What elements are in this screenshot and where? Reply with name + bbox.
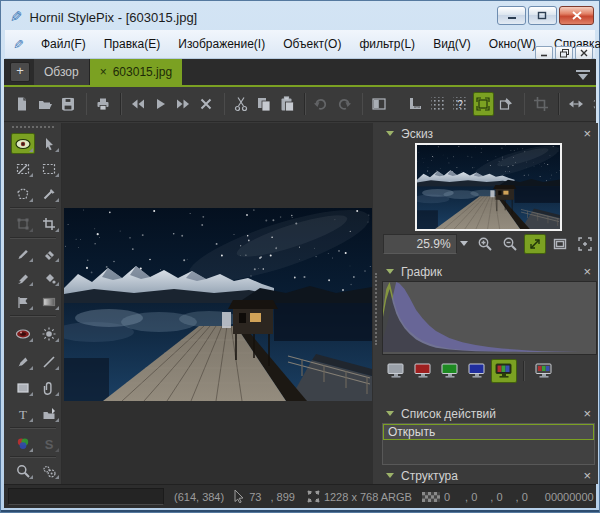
channel-colors-icon[interactable] bbox=[531, 359, 557, 383]
settings-tool[interactable] bbox=[37, 460, 61, 481]
close-button[interactable] bbox=[559, 6, 594, 25]
nav-play-icon[interactable] bbox=[150, 92, 171, 116]
zoom-in-icon[interactable] bbox=[475, 234, 497, 254]
menu-view[interactable]: Вид(V) bbox=[424, 31, 480, 58]
red-eye-tool[interactable] bbox=[11, 323, 35, 344]
gradient-tool[interactable] bbox=[37, 291, 61, 312]
minimize-button[interactable] bbox=[497, 6, 526, 25]
ribbon-tool[interactable] bbox=[11, 291, 35, 312]
status-blue: , 0 bbox=[516, 491, 528, 503]
menu-object[interactable]: Объект(O) bbox=[274, 31, 350, 58]
grid-help-icon[interactable]: ? bbox=[450, 92, 471, 116]
save-icon[interactable] bbox=[58, 92, 79, 116]
histogram-panel-header: График × bbox=[379, 263, 598, 280]
mdi-close-button[interactable] bbox=[575, 46, 593, 60]
channel-green-icon[interactable] bbox=[437, 359, 463, 383]
tab-overview[interactable]: Обзор bbox=[34, 59, 90, 85]
action-list-item[interactable]: Открыть bbox=[383, 424, 594, 440]
pencil-tool[interactable] bbox=[11, 267, 35, 288]
restore-button[interactable] bbox=[528, 6, 557, 25]
open-file-icon[interactable] bbox=[35, 92, 56, 116]
rect-select-tool[interactable] bbox=[37, 158, 61, 179]
grid-icon[interactable] bbox=[427, 92, 448, 116]
zoom-fit-icon[interactable] bbox=[524, 234, 546, 254]
nav-first-icon[interactable] bbox=[127, 92, 148, 116]
collapse-icon[interactable] bbox=[386, 269, 394, 274]
snap-edit-icon[interactable] bbox=[496, 92, 517, 116]
shape-rect-tool[interactable] bbox=[11, 377, 35, 398]
tab-603015[interactable]: × 603015.jpg bbox=[90, 59, 182, 85]
add-tab-button[interactable]: + bbox=[10, 62, 30, 82]
collapse-icon[interactable] bbox=[386, 411, 394, 416]
tab-close-icon[interactable]: × bbox=[100, 65, 107, 79]
mdi-minimize-button[interactable] bbox=[535, 46, 553, 60]
document-image[interactable] bbox=[64, 208, 372, 401]
ruler-icon[interactable] bbox=[404, 92, 425, 116]
size-icon bbox=[307, 490, 320, 503]
brush-tool[interactable] bbox=[11, 243, 35, 264]
undo-icon[interactable] bbox=[311, 92, 332, 116]
import-image-tool[interactable] bbox=[37, 403, 61, 424]
collapse-icon[interactable] bbox=[386, 473, 394, 478]
color-wheel-tool[interactable] bbox=[11, 433, 35, 454]
channel-red-icon[interactable] bbox=[410, 359, 436, 383]
toolbox-grip[interactable] bbox=[12, 126, 54, 128]
clipped-toolbar-icon[interactable] bbox=[588, 92, 596, 116]
crop-icon[interactable] bbox=[530, 92, 551, 116]
close-icon[interactable]: × bbox=[583, 407, 591, 420]
picker-tool[interactable] bbox=[37, 183, 61, 204]
toolbar-separator bbox=[304, 93, 306, 115]
zoom-out-icon[interactable] bbox=[499, 234, 521, 254]
zoom-level-combobox[interactable]: 25.9% bbox=[383, 234, 457, 254]
cut-icon[interactable] bbox=[230, 92, 251, 116]
toolbox-separator bbox=[10, 207, 56, 209]
close-icon[interactable]: × bbox=[583, 469, 591, 482]
print-icon[interactable] bbox=[92, 92, 113, 116]
right-panel: Эскиз × 25.9% График × bbox=[379, 123, 598, 484]
marker-tool[interactable] bbox=[11, 351, 35, 372]
zoom-tool[interactable] bbox=[11, 460, 35, 481]
line-tool[interactable] bbox=[37, 351, 61, 372]
crop-tool[interactable] bbox=[37, 213, 61, 234]
close-icon[interactable]: × bbox=[583, 127, 591, 140]
flip-horizontal-icon[interactable] bbox=[565, 92, 586, 116]
panel-layout-icon[interactable] bbox=[368, 92, 389, 116]
collapse-icon[interactable] bbox=[386, 131, 394, 136]
menu-filter[interactable]: фильтр(L) bbox=[350, 31, 424, 58]
snap-bounds-icon[interactable] bbox=[473, 92, 494, 116]
redo-icon[interactable] bbox=[334, 92, 355, 116]
menu-edit[interactable]: Правка(E) bbox=[95, 31, 170, 58]
channel-blue-icon[interactable] bbox=[464, 359, 490, 383]
polygon-select-tool[interactable] bbox=[11, 183, 35, 204]
free-select-tool[interactable] bbox=[11, 158, 35, 179]
canvas[interactable] bbox=[62, 123, 373, 484]
style-tool[interactable]: S bbox=[37, 433, 61, 454]
clip-tool[interactable] bbox=[37, 377, 61, 398]
zoom-window-icon[interactable] bbox=[549, 234, 571, 254]
channel-luminance-icon[interactable] bbox=[383, 359, 409, 383]
paste-icon[interactable] bbox=[276, 92, 297, 116]
tab-list-dropdown-icon[interactable] bbox=[576, 70, 590, 80]
menu-image[interactable]: Изображение(I) bbox=[169, 31, 274, 58]
preview-eye-tool[interactable] bbox=[11, 133, 35, 154]
copy-icon[interactable] bbox=[253, 92, 274, 116]
toolbox-separator bbox=[10, 315, 56, 317]
brightness-tool[interactable] bbox=[37, 323, 61, 344]
new-document-icon[interactable] bbox=[12, 92, 33, 116]
select-arrow-tool[interactable] bbox=[37, 133, 61, 154]
close-image-icon[interactable] bbox=[196, 92, 217, 116]
zoom-expand-icon[interactable] bbox=[574, 234, 596, 254]
text-tool[interactable]: T bbox=[11, 403, 35, 424]
nav-next-icon[interactable] bbox=[173, 92, 194, 116]
zoom-dropdown-icon[interactable] bbox=[457, 234, 472, 254]
svg-text:S: S bbox=[45, 437, 54, 451]
menu-file[interactable]: Файл(F) bbox=[32, 31, 95, 58]
fill-tool[interactable] bbox=[37, 267, 61, 288]
eraser-tool[interactable] bbox=[37, 243, 61, 264]
status-red: , 0 bbox=[465, 491, 477, 503]
channel-rgb-icon[interactable] bbox=[491, 359, 517, 383]
close-icon[interactable]: × bbox=[583, 265, 591, 278]
thumbnail-preview[interactable] bbox=[415, 143, 562, 231]
transform-tool[interactable] bbox=[11, 213, 35, 234]
mdi-restore-button[interactable] bbox=[555, 46, 573, 60]
